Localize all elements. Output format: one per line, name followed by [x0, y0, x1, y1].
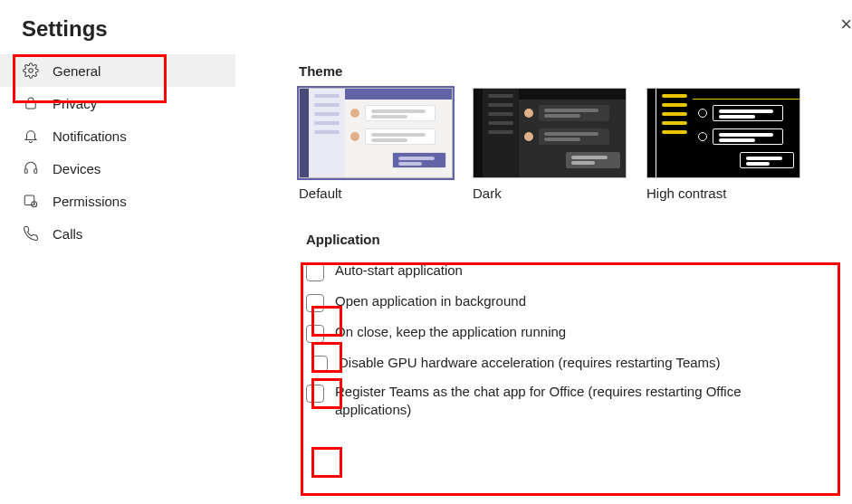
sidebar-item-label: Devices — [53, 161, 101, 176]
checkbox-auto-start[interactable] — [306, 263, 324, 281]
option-label: Open application in background — [335, 292, 526, 310]
option-auto-start: Auto-start application — [306, 256, 836, 287]
sidebar-item-calls[interactable]: Calls — [0, 217, 235, 250]
sidebar-item-privacy[interactable]: Privacy — [0, 87, 235, 119]
phone-icon — [22, 224, 40, 242]
theme-label: Default — [299, 185, 453, 201]
sidebar-item-label: General — [53, 63, 101, 79]
checkbox-disable-gpu[interactable] — [311, 356, 328, 372]
headset-icon — [22, 159, 40, 177]
option-keep-running: On close, keep the application running — [306, 318, 836, 348]
svg-rect-3 — [34, 169, 37, 174]
theme-option-high-contrast[interactable]: High contrast — [646, 88, 800, 201]
svg-rect-1 — [26, 102, 36, 109]
application-section: Application Auto-start application Open … — [299, 226, 843, 433]
close-button[interactable]: × — [836, 13, 852, 36]
theme-preview-default — [299, 88, 453, 178]
theme-label: High contrast — [646, 185, 800, 201]
option-open-background: Open application in background — [306, 287, 836, 318]
lock-icon — [22, 94, 40, 112]
option-label: Disable GPU hardware acceleration (requi… — [339, 354, 721, 372]
sidebar-item-label: Permissions — [53, 194, 127, 209]
option-label: Auto-start application — [335, 262, 463, 280]
permissions-icon — [22, 192, 40, 210]
theme-option-dark[interactable]: Dark — [473, 88, 627, 201]
sidebar-item-permissions[interactable]: Permissions — [0, 185, 235, 217]
theme-option-default[interactable]: Default — [299, 88, 453, 201]
sidebar-item-general[interactable]: General — [0, 54, 235, 87]
sidebar-item-label: Calls — [53, 226, 82, 242]
gear-icon — [22, 62, 40, 80]
svg-rect-4 — [24, 195, 34, 205]
highlight-box — [311, 447, 342, 478]
sidebar-item-notifications[interactable]: Notifications — [0, 119, 235, 152]
bell-icon — [22, 127, 40, 145]
checkbox-open-background[interactable] — [306, 294, 324, 312]
svg-point-0 — [29, 69, 34, 73]
theme-label: Dark — [473, 185, 627, 201]
option-label: Register Teams as the chat app for Offic… — [335, 383, 806, 419]
page-title: Settings — [0, 0, 852, 51]
sidebar-item-devices[interactable]: Devices — [0, 152, 235, 185]
option-register-chat-app: Register Teams as the chat app for Offic… — [306, 377, 836, 424]
checkbox-register-chat-app[interactable] — [306, 385, 324, 403]
theme-options: Default — [299, 88, 843, 201]
checkbox-keep-running[interactable] — [306, 325, 324, 343]
theme-preview-hc — [646, 88, 800, 178]
svg-rect-2 — [24, 169, 27, 174]
sidebar-item-label: Privacy — [53, 96, 97, 111]
sidebar-item-label: Notifications — [53, 128, 127, 144]
option-disable-gpu: Disable GPU hardware acceleration (requi… — [306, 348, 836, 377]
settings-sidebar: General Privacy Notifications Devices Pe — [0, 51, 235, 433]
option-label: On close, keep the application running — [335, 323, 566, 341]
theme-heading: Theme — [299, 63, 843, 79]
application-heading: Application — [306, 232, 836, 247]
theme-preview-dark — [473, 88, 627, 178]
